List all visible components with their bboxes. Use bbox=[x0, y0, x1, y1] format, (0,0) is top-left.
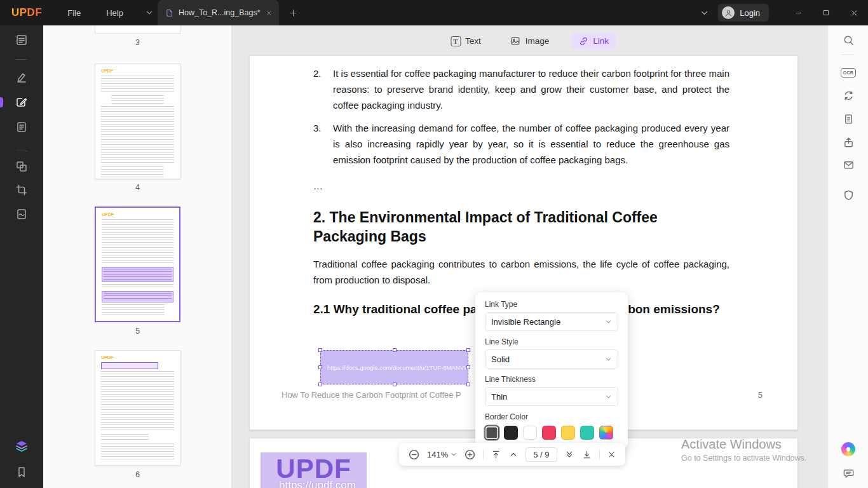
link-tool-label: Link bbox=[593, 36, 609, 46]
shield-icon bbox=[843, 189, 855, 201]
chevron-down-icon bbox=[605, 393, 612, 400]
page-indicator-input[interactable]: 5 / 9 bbox=[526, 447, 557, 462]
layers-panel-button[interactable] bbox=[0, 435, 43, 458]
share-icon bbox=[843, 137, 855, 149]
convert-button[interactable] bbox=[828, 84, 868, 107]
color-swatch-multicolor[interactable] bbox=[599, 426, 613, 440]
new-tab-button[interactable] bbox=[289, 9, 297, 17]
line-thickness-label: Line Thickness bbox=[485, 375, 618, 384]
thumbnail-number: 4 bbox=[95, 183, 180, 192]
collapse-toolbar-chevron-icon[interactable] bbox=[700, 8, 709, 18]
resize-handle[interactable] bbox=[466, 348, 470, 352]
color-swatch-teal[interactable] bbox=[580, 426, 594, 440]
selected-link-annotation[interactable]: https://docs.google.com/document/u/1TUF-… bbox=[320, 350, 468, 384]
minimize-button[interactable] bbox=[784, 0, 812, 25]
line-style-select[interactable]: Solid bbox=[485, 349, 618, 369]
close-window-button[interactable] bbox=[840, 0, 868, 25]
edit-pdf-button[interactable] bbox=[0, 91, 43, 114]
text-tool-button[interactable]: T Text bbox=[444, 33, 488, 50]
list-marker: 3. bbox=[313, 120, 333, 168]
zoom-level-dropdown[interactable]: 141% bbox=[427, 450, 457, 459]
thumbnail-page-6[interactable]: UPDF bbox=[95, 350, 180, 466]
search-button[interactable] bbox=[828, 29, 868, 51]
ai-assistant-button[interactable] bbox=[828, 438, 868, 461]
tab-list-chevron-icon[interactable] bbox=[145, 8, 154, 17]
fill-sign-button[interactable] bbox=[0, 116, 43, 139]
section-heading: 2. The Environmental Impact of Tradition… bbox=[313, 208, 729, 246]
link-type-select[interactable]: Invisible Rectangle bbox=[485, 312, 618, 331]
image-tool-button[interactable]: Image bbox=[503, 32, 557, 50]
organize-pages-button[interactable] bbox=[0, 155, 43, 178]
maximize-button[interactable] bbox=[812, 0, 840, 25]
ai-assistant-icon bbox=[841, 442, 855, 456]
link-tool-button-active[interactable]: Link bbox=[571, 33, 616, 50]
color-swatch-black[interactable] bbox=[504, 426, 518, 440]
summarize-button[interactable] bbox=[828, 107, 868, 130]
convert-arrows-icon bbox=[843, 90, 855, 102]
line-style-label: Line Style bbox=[485, 337, 618, 346]
last-page-button[interactable] bbox=[581, 449, 592, 460]
mail-button[interactable] bbox=[828, 153, 868, 176]
ocr-button[interactable]: OCR bbox=[828, 61, 868, 84]
resize-handle[interactable] bbox=[318, 348, 322, 352]
line-thickness-select[interactable]: Thin bbox=[485, 387, 618, 406]
resize-handle[interactable] bbox=[466, 383, 470, 386]
ocr-icon: OCR bbox=[841, 68, 856, 78]
body-paragraph: Traditional coffee packaging contributes… bbox=[313, 256, 729, 288]
resize-handle[interactable] bbox=[393, 348, 397, 352]
first-page-button[interactable] bbox=[491, 449, 501, 460]
comment-tool-button[interactable] bbox=[0, 66, 43, 89]
menu-help[interactable]: Help bbox=[106, 8, 123, 18]
resize-handle[interactable] bbox=[466, 365, 470, 369]
thumbnail-page-4[interactable]: UPDF bbox=[95, 64, 180, 179]
text-icon: T bbox=[451, 36, 461, 46]
thumbnail-page-5-selected[interactable]: UPDF bbox=[95, 207, 180, 322]
line-thickness-value: Thin bbox=[491, 392, 507, 402]
menu-file[interactable]: File bbox=[67, 8, 81, 18]
color-swatch-dark-gray[interactable] bbox=[485, 426, 499, 440]
layers-icon bbox=[15, 440, 28, 452]
color-swatch-yellow[interactable] bbox=[561, 426, 575, 440]
color-swatch-red[interactable] bbox=[542, 426, 556, 440]
link-url-text: https://docs.google.com/document/u/1TUF-… bbox=[321, 351, 468, 384]
zoom-in-button[interactable] bbox=[464, 449, 476, 461]
color-swatch-white[interactable] bbox=[523, 426, 537, 440]
list-text: With the increasing demand for coffee, t… bbox=[333, 120, 729, 168]
image-tool-label: Image bbox=[526, 36, 550, 46]
search-icon bbox=[843, 34, 855, 46]
thumbnail-number: 6 bbox=[95, 470, 180, 479]
chevron-down-icon bbox=[451, 451, 457, 458]
zoom-out-button[interactable] bbox=[408, 449, 420, 461]
link-type-label: Link Type bbox=[485, 300, 618, 309]
chevron-down-icon bbox=[605, 356, 612, 363]
resize-handle[interactable] bbox=[318, 383, 322, 386]
crop-pages-button[interactable] bbox=[0, 179, 43, 201]
next-page-button[interactable] bbox=[564, 449, 574, 459]
resize-handle[interactable] bbox=[393, 383, 397, 386]
thumbnail-page-3[interactable] bbox=[95, 25, 180, 34]
next-page-logo-image: UPDF https://updf.com bbox=[261, 452, 367, 488]
titlebar: UPDF File Help How_To_R...ing_Bags* Logi… bbox=[0, 0, 868, 25]
protect-button[interactable] bbox=[828, 184, 868, 207]
bookmarks-panel-button[interactable] bbox=[0, 461, 43, 484]
tab-title: How_To_R...ing_Bags* bbox=[179, 8, 261, 17]
link-type-value: Invisible Rectangle bbox=[491, 317, 560, 327]
resize-handle[interactable] bbox=[318, 365, 322, 369]
tab-close-icon[interactable] bbox=[266, 10, 273, 17]
border-color-swatches bbox=[485, 426, 618, 440]
share-button[interactable] bbox=[828, 131, 868, 154]
login-button[interactable]: Login bbox=[718, 4, 769, 22]
form-document-icon bbox=[15, 121, 28, 133]
reader-mode-button[interactable] bbox=[0, 29, 43, 51]
watermark-tool-button[interactable] bbox=[0, 203, 43, 226]
left-tool-rail bbox=[0, 25, 43, 488]
page-wave-icon bbox=[15, 208, 28, 220]
document-tab[interactable]: How_To_R...ing_Bags* bbox=[158, 0, 279, 25]
right-tool-rail: OCR bbox=[827, 25, 868, 488]
thumbnail-logo: UPDF bbox=[101, 355, 174, 360]
close-zoom-toolbar-button[interactable] bbox=[607, 450, 616, 459]
envelope-icon bbox=[843, 159, 855, 171]
thumbnail-link-annotation bbox=[101, 362, 158, 369]
feedback-button[interactable] bbox=[828, 462, 868, 485]
previous-page-button[interactable] bbox=[508, 449, 519, 459]
